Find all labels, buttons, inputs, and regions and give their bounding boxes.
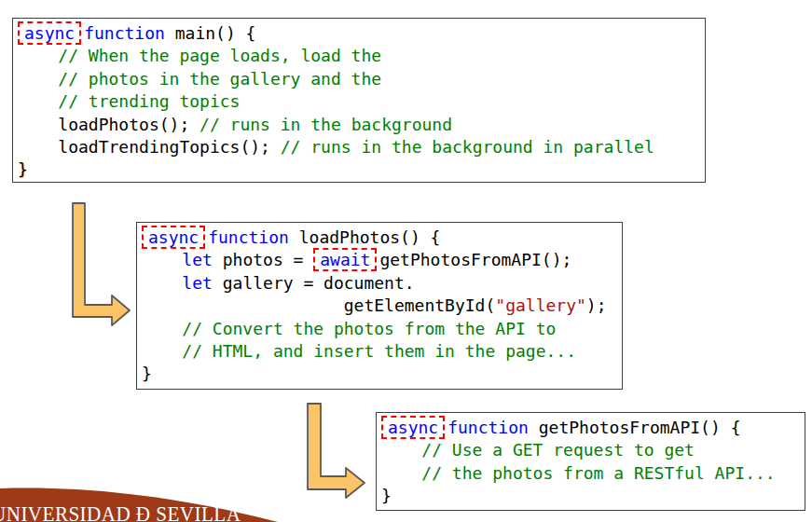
code-token: } [142,364,152,383]
university-logo-text: UNIVERSIDAD Đ SEVILLA [0,501,241,522]
code-token: loadPhotos(); [18,115,200,134]
highlighted-keyword: async [142,226,205,249]
code-block-loadphotos: asyncfunction loadPhotos() { let photos … [136,222,623,390]
code-token: getElementById( [142,295,495,315]
code-token: // When the page loads, load the [18,46,381,65]
code-token: // trending topics [18,91,240,111]
code-token: main() { [165,23,256,43]
code-token: let [182,250,213,269]
code-token: ); [586,295,607,315]
code-token: let [182,273,213,293]
code-line: // trending topics [18,90,705,113]
code-line: } [18,158,705,181]
code-line: loadTrendingTopics(); // runs in the bac… [18,136,705,158]
code-token [142,250,182,269]
code-line: loadPhotos(); // runs in the background [18,114,705,136]
code-main: asyncfunction main() { // When the page … [13,19,705,182]
code-token: // runs in the background [200,115,452,134]
code-token: function [447,418,529,437]
code-token: } [381,486,392,505]
code-line: getElementById("gallery"); [142,295,622,317]
code-token: loadTrendingTopics(); [18,137,281,157]
code-token: getPhotosFromAPI(); [379,250,571,269]
code-line: let gallery = document. [142,272,622,295]
code-line: let photos = awaitgetPhotosFromAPI(); [142,249,622,271]
code-token: function [84,23,165,43]
code-token: gallery = document. [213,273,415,293]
code-token: loadPhotos() { [289,227,441,247]
code-token: "gallery" [495,295,586,315]
code-block-getphotosfromapi: asyncfunction getPhotosFromAPI() { // Us… [376,412,805,511]
code-block-main: asyncfunction main() { // When the page … [12,18,706,183]
code-line: } [381,485,805,507]
code-token: photos = [213,250,313,269]
code-loadphotos: asyncfunction loadPhotos() { let photos … [137,223,622,386]
code-token: // runs in the background in parallel [281,137,654,157]
code-line: // Convert the photos from the API to [142,318,622,340]
code-getphotosfromapi: asyncfunction getPhotosFromAPI() { // Us… [377,413,805,508]
flow-arrow-loadphotos-to-api [308,404,365,498]
flow-arrow-main-to-loadphotos [73,203,130,325]
code-line: } [142,363,622,385]
highlighted-keyword: async [381,416,445,439]
code-line: asyncfunction getPhotosFromAPI() { [381,417,805,439]
code-line: // the photos from a RESTful API... [381,462,805,485]
code-line: // HTML, and insert them in the page... [142,340,622,363]
highlighted-keyword: async [18,21,81,45]
code-token: getPhotosFromAPI() { [529,418,741,437]
code-line: asyncfunction loadPhotos() { [142,227,622,249]
code-token: // Convert the photos from the API to [142,319,556,338]
code-token: } [18,159,28,179]
highlighted-keyword: await [313,248,377,271]
code-token [142,273,182,293]
code-token: // photos in the gallery and the [18,69,381,89]
slide: asyncfunction main() { // When the page … [0,0,812,522]
code-token: // the photos from a RESTful API... [381,463,776,483]
code-token: // HTML, and insert them in the page... [142,341,576,361]
code-line: asyncfunction main() { [18,22,705,45]
code-token: function [208,227,289,247]
code-line: // When the page loads, load the [18,45,705,67]
code-line: // Use a GET request to get [381,439,805,461]
code-line: // photos in the gallery and the [18,68,705,90]
code-token: // Use a GET request to get [381,440,695,460]
